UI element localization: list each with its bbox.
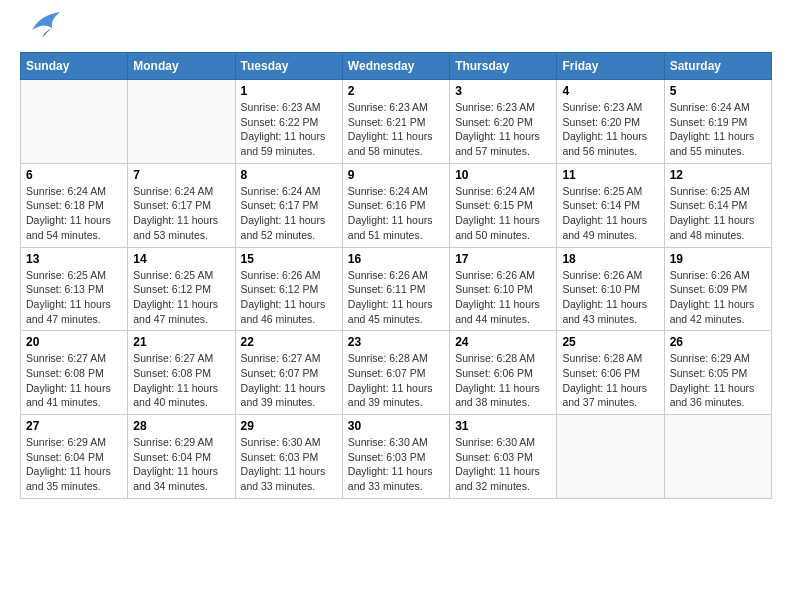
calendar-cell: 13Sunrise: 6:25 AM Sunset: 6:13 PM Dayli… — [21, 247, 128, 331]
day-header-monday: Monday — [128, 53, 235, 80]
day-info: Sunrise: 6:30 AM Sunset: 6:03 PM Dayligh… — [241, 435, 337, 494]
calendar-cell: 9Sunrise: 6:24 AM Sunset: 6:16 PM Daylig… — [342, 163, 449, 247]
day-number: 29 — [241, 419, 337, 433]
day-number: 3 — [455, 84, 551, 98]
day-number: 21 — [133, 335, 229, 349]
day-info: Sunrise: 6:24 AM Sunset: 6:17 PM Dayligh… — [241, 184, 337, 243]
calendar-cell: 14Sunrise: 6:25 AM Sunset: 6:12 PM Dayli… — [128, 247, 235, 331]
day-number: 20 — [26, 335, 122, 349]
calendar-cell — [664, 415, 771, 499]
day-number: 26 — [670, 335, 766, 349]
day-number: 4 — [562, 84, 658, 98]
calendar-cell: 28Sunrise: 6:29 AM Sunset: 6:04 PM Dayli… — [128, 415, 235, 499]
day-number: 10 — [455, 168, 551, 182]
day-info: Sunrise: 6:23 AM Sunset: 6:20 PM Dayligh… — [562, 100, 658, 159]
day-number: 16 — [348, 252, 444, 266]
calendar-cell: 8Sunrise: 6:24 AM Sunset: 6:17 PM Daylig… — [235, 163, 342, 247]
calendar-cell: 23Sunrise: 6:28 AM Sunset: 6:07 PM Dayli… — [342, 331, 449, 415]
page-header — [20, 20, 772, 42]
calendar-cell: 19Sunrise: 6:26 AM Sunset: 6:09 PM Dayli… — [664, 247, 771, 331]
day-info: Sunrise: 6:27 AM Sunset: 6:08 PM Dayligh… — [26, 351, 122, 410]
calendar-cell: 15Sunrise: 6:26 AM Sunset: 6:12 PM Dayli… — [235, 247, 342, 331]
day-number: 18 — [562, 252, 658, 266]
calendar-cell: 3Sunrise: 6:23 AM Sunset: 6:20 PM Daylig… — [450, 80, 557, 164]
calendar-cell — [21, 80, 128, 164]
day-number: 14 — [133, 252, 229, 266]
calendar-table: SundayMondayTuesdayWednesdayThursdayFrid… — [20, 52, 772, 499]
day-info: Sunrise: 6:30 AM Sunset: 6:03 PM Dayligh… — [348, 435, 444, 494]
calendar-cell: 29Sunrise: 6:30 AM Sunset: 6:03 PM Dayli… — [235, 415, 342, 499]
day-number: 31 — [455, 419, 551, 433]
day-number: 9 — [348, 168, 444, 182]
day-number: 12 — [670, 168, 766, 182]
calendar-week-row: 6Sunrise: 6:24 AM Sunset: 6:18 PM Daylig… — [21, 163, 772, 247]
day-info: Sunrise: 6:30 AM Sunset: 6:03 PM Dayligh… — [455, 435, 551, 494]
calendar-cell: 24Sunrise: 6:28 AM Sunset: 6:06 PM Dayli… — [450, 331, 557, 415]
day-number: 28 — [133, 419, 229, 433]
day-info: Sunrise: 6:23 AM Sunset: 6:22 PM Dayligh… — [241, 100, 337, 159]
calendar-cell: 4Sunrise: 6:23 AM Sunset: 6:20 PM Daylig… — [557, 80, 664, 164]
day-info: Sunrise: 6:23 AM Sunset: 6:20 PM Dayligh… — [455, 100, 551, 159]
calendar-cell: 1Sunrise: 6:23 AM Sunset: 6:22 PM Daylig… — [235, 80, 342, 164]
day-number: 2 — [348, 84, 444, 98]
calendar-cell: 7Sunrise: 6:24 AM Sunset: 6:17 PM Daylig… — [128, 163, 235, 247]
day-info: Sunrise: 6:26 AM Sunset: 6:10 PM Dayligh… — [562, 268, 658, 327]
day-number: 8 — [241, 168, 337, 182]
day-info: Sunrise: 6:23 AM Sunset: 6:21 PM Dayligh… — [348, 100, 444, 159]
calendar-cell: 17Sunrise: 6:26 AM Sunset: 6:10 PM Dayli… — [450, 247, 557, 331]
day-number: 6 — [26, 168, 122, 182]
logo-bird-icon — [22, 10, 60, 42]
day-number: 23 — [348, 335, 444, 349]
day-header-saturday: Saturday — [664, 53, 771, 80]
calendar-week-row: 1Sunrise: 6:23 AM Sunset: 6:22 PM Daylig… — [21, 80, 772, 164]
day-info: Sunrise: 6:24 AM Sunset: 6:18 PM Dayligh… — [26, 184, 122, 243]
day-header-tuesday: Tuesday — [235, 53, 342, 80]
calendar-cell: 2Sunrise: 6:23 AM Sunset: 6:21 PM Daylig… — [342, 80, 449, 164]
calendar-cell: 5Sunrise: 6:24 AM Sunset: 6:19 PM Daylig… — [664, 80, 771, 164]
day-info: Sunrise: 6:28 AM Sunset: 6:06 PM Dayligh… — [562, 351, 658, 410]
calendar-cell: 16Sunrise: 6:26 AM Sunset: 6:11 PM Dayli… — [342, 247, 449, 331]
day-info: Sunrise: 6:25 AM Sunset: 6:13 PM Dayligh… — [26, 268, 122, 327]
calendar-week-row: 13Sunrise: 6:25 AM Sunset: 6:13 PM Dayli… — [21, 247, 772, 331]
day-info: Sunrise: 6:24 AM Sunset: 6:15 PM Dayligh… — [455, 184, 551, 243]
calendar-cell: 30Sunrise: 6:30 AM Sunset: 6:03 PM Dayli… — [342, 415, 449, 499]
day-info: Sunrise: 6:27 AM Sunset: 6:07 PM Dayligh… — [241, 351, 337, 410]
day-info: Sunrise: 6:29 AM Sunset: 6:04 PM Dayligh… — [133, 435, 229, 494]
day-number: 27 — [26, 419, 122, 433]
calendar-cell: 12Sunrise: 6:25 AM Sunset: 6:14 PM Dayli… — [664, 163, 771, 247]
day-info: Sunrise: 6:24 AM Sunset: 6:17 PM Dayligh… — [133, 184, 229, 243]
calendar-header-row: SundayMondayTuesdayWednesdayThursdayFrid… — [21, 53, 772, 80]
day-header-friday: Friday — [557, 53, 664, 80]
calendar-cell: 6Sunrise: 6:24 AM Sunset: 6:18 PM Daylig… — [21, 163, 128, 247]
day-number: 19 — [670, 252, 766, 266]
calendar-cell: 20Sunrise: 6:27 AM Sunset: 6:08 PM Dayli… — [21, 331, 128, 415]
calendar-cell: 10Sunrise: 6:24 AM Sunset: 6:15 PM Dayli… — [450, 163, 557, 247]
day-number: 17 — [455, 252, 551, 266]
day-header-sunday: Sunday — [21, 53, 128, 80]
day-number: 22 — [241, 335, 337, 349]
day-info: Sunrise: 6:24 AM Sunset: 6:16 PM Dayligh… — [348, 184, 444, 243]
calendar-cell: 22Sunrise: 6:27 AM Sunset: 6:07 PM Dayli… — [235, 331, 342, 415]
day-number: 7 — [133, 168, 229, 182]
calendar-cell: 18Sunrise: 6:26 AM Sunset: 6:10 PM Dayli… — [557, 247, 664, 331]
day-number: 24 — [455, 335, 551, 349]
calendar-cell: 25Sunrise: 6:28 AM Sunset: 6:06 PM Dayli… — [557, 331, 664, 415]
day-header-wednesday: Wednesday — [342, 53, 449, 80]
day-info: Sunrise: 6:25 AM Sunset: 6:14 PM Dayligh… — [670, 184, 766, 243]
day-info: Sunrise: 6:29 AM Sunset: 6:04 PM Dayligh… — [26, 435, 122, 494]
day-info: Sunrise: 6:24 AM Sunset: 6:19 PM Dayligh… — [670, 100, 766, 159]
calendar-week-row: 27Sunrise: 6:29 AM Sunset: 6:04 PM Dayli… — [21, 415, 772, 499]
calendar-cell: 27Sunrise: 6:29 AM Sunset: 6:04 PM Dayli… — [21, 415, 128, 499]
calendar-week-row: 20Sunrise: 6:27 AM Sunset: 6:08 PM Dayli… — [21, 331, 772, 415]
calendar-cell: 26Sunrise: 6:29 AM Sunset: 6:05 PM Dayli… — [664, 331, 771, 415]
day-number: 11 — [562, 168, 658, 182]
calendar-cell: 21Sunrise: 6:27 AM Sunset: 6:08 PM Dayli… — [128, 331, 235, 415]
day-info: Sunrise: 6:27 AM Sunset: 6:08 PM Dayligh… — [133, 351, 229, 410]
logo — [20, 20, 60, 42]
day-info: Sunrise: 6:25 AM Sunset: 6:14 PM Dayligh… — [562, 184, 658, 243]
day-number: 25 — [562, 335, 658, 349]
day-info: Sunrise: 6:29 AM Sunset: 6:05 PM Dayligh… — [670, 351, 766, 410]
day-info: Sunrise: 6:26 AM Sunset: 6:12 PM Dayligh… — [241, 268, 337, 327]
day-number: 13 — [26, 252, 122, 266]
day-number: 1 — [241, 84, 337, 98]
